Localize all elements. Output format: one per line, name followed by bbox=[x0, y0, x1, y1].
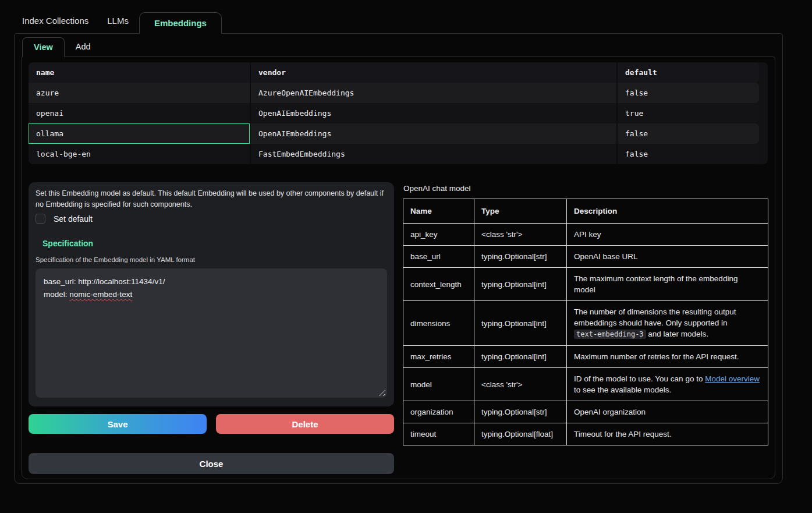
param-name: context_length bbox=[403, 268, 474, 301]
misspelled-word: nomic-embed-text bbox=[69, 290, 132, 299]
detail-content: Set this Embedding model as default. Thi… bbox=[29, 182, 768, 474]
param-type: typing.Optional[str] bbox=[474, 401, 567, 423]
tab-add[interactable]: Add bbox=[76, 42, 91, 56]
cell-default[interactable]: false bbox=[616, 144, 759, 164]
cell-default[interactable]: false bbox=[616, 83, 759, 103]
left-column: Set this Embedding model as default. Thi… bbox=[29, 182, 394, 474]
column-header-vendor: vendor bbox=[250, 62, 616, 83]
param-type: typing.Optional[str] bbox=[474, 246, 567, 268]
set-default-checkbox[interactable] bbox=[36, 214, 45, 224]
param-description: Timeout for the API request. bbox=[567, 423, 768, 445]
cell-name[interactable]: openai bbox=[29, 103, 250, 123]
param-type: typing.Optional[int] bbox=[474, 268, 567, 301]
column-header-param-name: Name bbox=[403, 199, 474, 224]
embedding-row-openai[interactable]: openaiOpenAIEmbeddingstrue bbox=[29, 103, 759, 123]
param-row-api_key: api_key<class 'str'>API key bbox=[403, 224, 768, 246]
param-type: <class 'str'> bbox=[474, 224, 567, 246]
embeddings-table-body: azureAzureOpenAIEmbeddingsfalseopenaiOpe… bbox=[29, 83, 759, 164]
tab-view-label: View bbox=[34, 43, 53, 52]
param-type: <class 'str'> bbox=[474, 368, 567, 401]
param-name: base_url bbox=[403, 246, 474, 268]
cell-vendor[interactable]: OpenAIEmbeddings bbox=[250, 103, 616, 123]
tab-embeddings-label: Embeddings bbox=[154, 18, 207, 28]
param-name: dimensions bbox=[403, 301, 474, 346]
param-row-base_url: base_urltyping.Optional[str]OpenAI base … bbox=[403, 246, 768, 268]
param-row-context_length: context_lengthtyping.Optional[int]The ma… bbox=[403, 268, 768, 301]
cell-default[interactable]: true bbox=[616, 103, 759, 123]
cell-vendor[interactable]: FastEmbedEmbeddings bbox=[250, 144, 616, 164]
column-header-name: name bbox=[29, 62, 250, 83]
model-parameters-table: Name Type Description api_key<class 'str… bbox=[403, 199, 768, 445]
param-description: Maximum number of retries for the API re… bbox=[567, 346, 768, 368]
cell-vendor[interactable]: OpenAIEmbeddings bbox=[250, 123, 616, 144]
inline-code: text-embedding-3 bbox=[574, 330, 646, 339]
column-header-default: default bbox=[616, 62, 759, 83]
tab-view[interactable]: View bbox=[22, 37, 65, 57]
textarea-resize-handle-icon[interactable] bbox=[379, 390, 385, 396]
set-default-description: Set this Embedding model as default. Thi… bbox=[36, 188, 387, 210]
cell-name[interactable]: azure bbox=[29, 83, 250, 103]
specification-description: Specification of the Embedding model in … bbox=[36, 256, 387, 263]
param-description: OpenAI base URL bbox=[567, 246, 768, 268]
close-button[interactable]: Close bbox=[29, 453, 394, 474]
embedding-detail-card: Set this Embedding model as default. Thi… bbox=[29, 182, 394, 406]
param-type: typing.Optional[float] bbox=[474, 423, 567, 445]
param-name: timeout bbox=[403, 423, 474, 445]
embeddings-table: name vendor default azureAzureOpenAIEmbe… bbox=[29, 62, 768, 164]
column-header-param-description: Description bbox=[567, 199, 768, 224]
param-name: model bbox=[403, 368, 474, 401]
cell-name[interactable]: ollama bbox=[29, 123, 250, 144]
param-type: typing.Optional[int] bbox=[474, 301, 567, 346]
action-buttons: Save Delete bbox=[29, 414, 394, 434]
cell-name[interactable]: local-bge-en bbox=[29, 144, 250, 164]
model-info-title: OpenAI chat model bbox=[403, 184, 768, 193]
yaml-line-1: base_url: http://localhost:11434/v1/ bbox=[44, 275, 379, 288]
view-tab-panel: name vendor default azureAzureOpenAIEmbe… bbox=[22, 56, 775, 479]
param-name: api_key bbox=[403, 224, 474, 246]
param-description: The number of dimensions the resulting o… bbox=[567, 301, 768, 346]
yaml-spec-textarea[interactable]: base_url: http://localhost:11434/v1/ mod… bbox=[36, 268, 387, 398]
set-default-row[interactable]: Set default bbox=[36, 214, 387, 224]
param-description: ID of the model to use. You can go to Mo… bbox=[567, 368, 768, 401]
cell-default[interactable]: false bbox=[616, 123, 759, 144]
yaml-line-2: model: nomic-embed-text bbox=[44, 288, 379, 301]
param-description: The maximum context length of the embedd… bbox=[567, 268, 768, 301]
param-row-dimensions: dimensionstyping.Optional[int]The number… bbox=[403, 301, 768, 346]
sub-tab-bar: View Add bbox=[15, 34, 782, 56]
embedding-row-azure[interactable]: azureAzureOpenAIEmbeddingsfalse bbox=[29, 83, 759, 103]
param-type: typing.Optional[int] bbox=[474, 346, 567, 368]
param-row-timeout: timeouttyping.Optional[float]Timeout for… bbox=[403, 423, 768, 445]
delete-button[interactable]: Delete bbox=[216, 414, 394, 434]
set-default-label: Set default bbox=[54, 214, 93, 224]
tab-embeddings[interactable]: Embeddings bbox=[139, 12, 222, 34]
model-overview-link[interactable]: Model overview bbox=[705, 374, 760, 383]
param-name: max_retries bbox=[403, 346, 474, 368]
param-description: API key bbox=[567, 224, 768, 246]
model-parameters-header-row: Name Type Description bbox=[403, 199, 768, 224]
embeddings-table-header: name vendor default bbox=[29, 62, 759, 83]
param-row-model: model<class 'str'>ID of the model to use… bbox=[403, 368, 768, 401]
save-button[interactable]: Save bbox=[29, 414, 207, 434]
tab-index-collections[interactable]: Index Collections bbox=[22, 16, 88, 33]
embeddings-panel: View Add name vendor default azureAzureO… bbox=[14, 33, 783, 484]
param-row-max_retries: max_retriestyping.Optional[int]Maximum n… bbox=[403, 346, 768, 368]
right-column: OpenAI chat model Name Type Description … bbox=[403, 182, 768, 474]
cell-vendor[interactable]: AzureOpenAIEmbeddings bbox=[250, 83, 616, 103]
embedding-row-ollama[interactable]: ollamaOpenAIEmbeddingsfalse bbox=[29, 123, 759, 144]
main-tab-bar: Index Collections LLMs Embeddings bbox=[0, 0, 812, 33]
column-header-param-type: Type bbox=[474, 199, 567, 224]
param-name: organization bbox=[403, 401, 474, 423]
param-description: OpenAI organization bbox=[567, 401, 768, 423]
embedding-row-local-bge-en[interactable]: local-bge-enFastEmbedEmbeddingsfalse bbox=[29, 144, 759, 164]
param-row-organization: organizationtyping.Optional[str]OpenAI o… bbox=[403, 401, 768, 423]
tab-llms[interactable]: LLMs bbox=[107, 16, 129, 33]
specification-heading: Specification bbox=[42, 239, 387, 248]
